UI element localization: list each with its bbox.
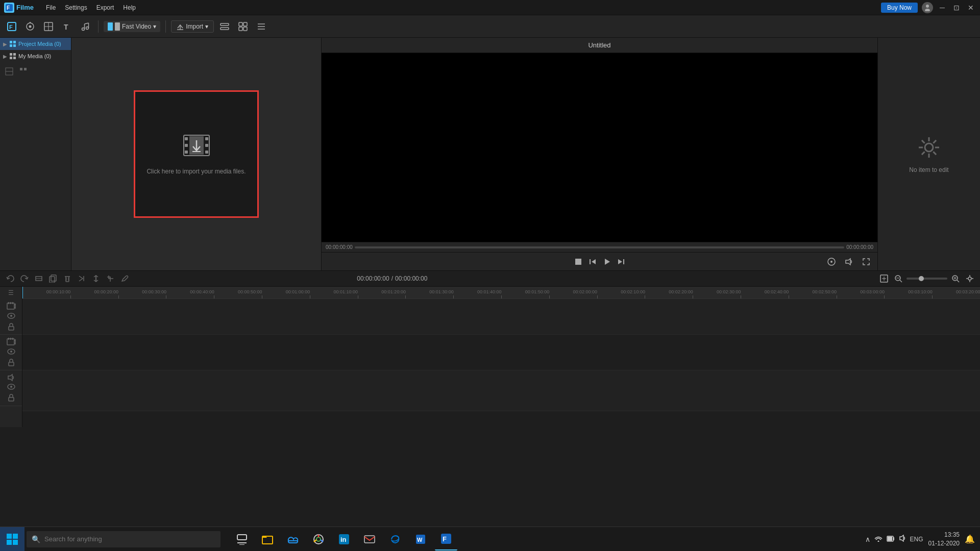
speed-selector[interactable]: Fast Video ▾ [104, 21, 160, 32]
start-button[interactable] [0, 527, 24, 552]
fit-button[interactable] [878, 272, 890, 285]
volume-tray-icon[interactable] [899, 535, 906, 543]
zoom-handle[interactable] [919, 276, 924, 281]
tray-chevron-icon[interactable]: ∧ [865, 535, 870, 543]
search-bar[interactable]: 🔍 [27, 531, 220, 547]
zoom-slider[interactable] [906, 278, 947, 280]
svg-marker-57 [618, 259, 622, 264]
split-button[interactable] [90, 272, 102, 285]
video-track-icon [7, 302, 16, 311]
track-2-visibility-icon[interactable] [7, 347, 15, 357]
network-icon[interactable] [874, 535, 883, 543]
svg-rect-113 [13, 534, 18, 539]
track-2-lock-icon[interactable] [8, 358, 15, 368]
search-icon: 🔍 [32, 535, 40, 543]
svg-point-132 [877, 541, 879, 542]
search-input[interactable] [44, 535, 215, 543]
ruler-label: 00:00:10:00 [46, 289, 71, 294]
chrome-button[interactable] [307, 528, 330, 550]
redo-button[interactable] [18, 272, 31, 285]
project-media-item[interactable]: ▶ Project Media (0) [0, 38, 71, 50]
my-media-item[interactable]: ▶ My Media (0) [0, 50, 71, 62]
fullscreen-button[interactable] [859, 255, 873, 269]
copy-button[interactable] [47, 272, 59, 285]
preview-seekbar[interactable] [355, 246, 844, 248]
ruler-label: 00:02:30:00 [717, 289, 741, 294]
track-lock-icon[interactable] [8, 322, 15, 332]
play-button[interactable] [600, 255, 614, 269]
step-back-button[interactable] [585, 255, 600, 269]
onedrive-button[interactable] [282, 528, 304, 550]
svg-marker-136 [900, 535, 903, 541]
music-button[interactable] [78, 19, 93, 34]
timeline-menu-icon[interactable]: ☰ [7, 288, 16, 297]
gmail-button[interactable] [358, 528, 381, 550]
undo-button[interactable] [4, 272, 16, 285]
delete-button[interactable] [61, 272, 74, 285]
ruler-label: 00:03:20:00 [956, 289, 980, 294]
menu-export[interactable]: Export [92, 3, 118, 13]
toolbar-separator-1 [98, 20, 99, 33]
user-account-icon[interactable] [922, 2, 933, 13]
audio-visibility-icon[interactable] [7, 383, 15, 392]
gear-icon [916, 135, 942, 160]
word-button[interactable]: W [409, 528, 432, 550]
zoom-out-button[interactable] [892, 272, 904, 285]
text-button[interactable]: T [59, 19, 75, 34]
forward-button[interactable] [76, 272, 88, 285]
settings-gear-button[interactable] [964, 272, 976, 285]
language-display[interactable]: ENG [910, 536, 923, 543]
buy-now-button[interactable]: Buy Now [881, 3, 918, 13]
effects-button[interactable] [41, 19, 56, 34]
stop-button[interactable] [571, 255, 585, 269]
timeline-track-controls: ☰ [0, 287, 22, 427]
tracks-container [22, 299, 980, 427]
import-button[interactable]: Import ▾ [171, 20, 214, 33]
audio-lock-icon[interactable] [8, 393, 15, 403]
zoom-in-button[interactable] [949, 272, 962, 285]
menu-help[interactable]: Help [119, 3, 140, 13]
file-explorer-button[interactable] [256, 528, 279, 550]
volume-button[interactable] [842, 255, 856, 269]
new-project-button[interactable]: F [4, 19, 19, 34]
settings-ctrl-button[interactable] [824, 255, 839, 269]
app-logo: F Filme [4, 3, 34, 13]
menu-settings[interactable]: Settings [61, 3, 91, 13]
linkedin-button[interactable]: in [333, 528, 355, 550]
import-dropdown-icon: ▾ [205, 23, 208, 30]
film-import-icon [181, 133, 212, 158]
timeline-ruler[interactable]: 00:00:00:0000:00:10:0000:00:20:0000:00:3… [22, 287, 980, 299]
import-box-text: Click here to import your media files. [138, 168, 254, 175]
minimize-button[interactable]: ─ [937, 3, 947, 13]
track-visibility-icon[interactable] [7, 312, 15, 321]
svg-rect-45 [185, 144, 188, 147]
grid-button[interactable] [235, 19, 251, 34]
crop-button[interactable] [104, 272, 116, 285]
import-box[interactable]: Click here to import your media files. [134, 90, 259, 218]
preview-panel: Untitled 00:00:00:00 00:00:00:00 [322, 38, 878, 270]
maximize-button[interactable]: ⊡ [951, 3, 962, 13]
ruler-label: 00:02:40:00 [765, 289, 789, 294]
close-button[interactable]: ✕ [966, 3, 976, 13]
task-view-button[interactable] [231, 528, 253, 550]
panel-icon-btn-1[interactable] [3, 65, 15, 78]
pen-button[interactable] [118, 272, 131, 285]
list-button[interactable] [254, 19, 269, 34]
settings-button[interactable] [22, 19, 38, 34]
svg-text:F: F [7, 5, 10, 11]
app-name: Filme [16, 4, 34, 11]
svg-rect-96 [10, 302, 11, 304]
my-media-label: My Media (0) [18, 53, 51, 59]
filme-taskbar-button[interactable]: F [435, 528, 457, 550]
battery-icon[interactable] [887, 535, 895, 543]
edge-button[interactable] [384, 528, 406, 550]
menu-file[interactable]: File [42, 3, 60, 13]
step-forward-button[interactable] [614, 255, 628, 269]
cut-button[interactable] [33, 272, 45, 285]
svg-line-70 [922, 152, 925, 155]
notification-icon[interactable]: 🔔 [965, 534, 975, 544]
clock[interactable]: 13:35 01-12-2020 [928, 531, 960, 548]
layer-button[interactable] [217, 19, 232, 34]
panel-icon-btn-2[interactable] [17, 65, 30, 78]
svg-rect-46 [185, 151, 188, 154]
